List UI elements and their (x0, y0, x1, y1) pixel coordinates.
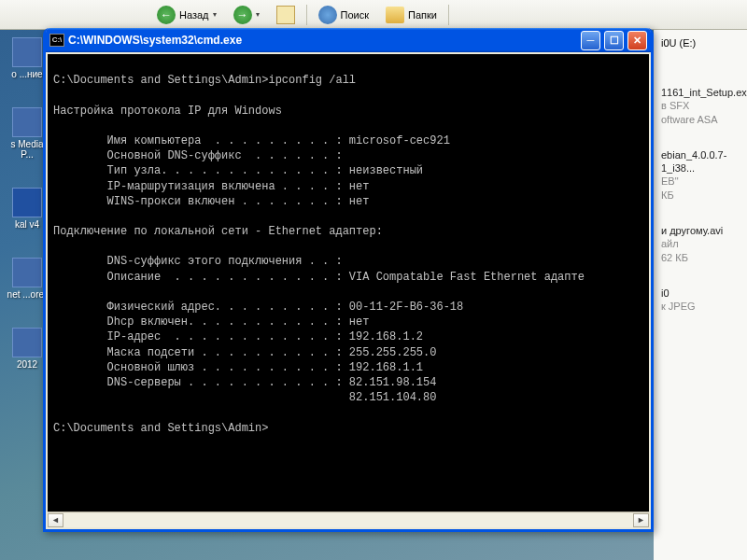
forward-arrow-icon: → (233, 6, 252, 24)
back-label: Назад (179, 9, 209, 21)
file-item[interactable]: ebian_4.0.0.7-1_i38... EB" КБ (661, 148, 740, 202)
folders-icon (386, 7, 404, 23)
terminal-output[interactable]: C:\Documents and Settings\Admin>ipconfig… (48, 54, 649, 511)
chevron-down-icon[interactable]: ▾ (213, 10, 217, 19)
window-title: C:\WINDOWS\system32\cmd.exe (68, 34, 577, 47)
app-icon (12, 188, 42, 217)
search-label: Поиск (341, 9, 369, 21)
folder-up-icon (276, 6, 295, 24)
file-item[interactable]: i0 к JPEG (661, 287, 740, 314)
forward-button[interactable]: → ▾ (228, 4, 265, 26)
back-button[interactable]: ← Назад ▾ (151, 4, 222, 26)
back-arrow-icon: ← (157, 6, 176, 24)
cmd-icon: C:\ (49, 34, 64, 47)
file-name: ebian_4.0.0.7-1_i38... (661, 148, 740, 175)
cmd-window[interactable]: C:\ C:\WINDOWS\system32\cmd.exe ─ ☐ ✕ C:… (43, 28, 654, 532)
file-type: EB" (661, 175, 740, 188)
app-icon (12, 258, 42, 287)
up-folder-button[interactable] (271, 4, 301, 26)
file-vendor: oftware ASA (661, 113, 740, 126)
folders-button[interactable]: Папки (380, 5, 443, 25)
file-item[interactable]: 1161_int_Setup.exe в SFX oftware ASA (661, 86, 740, 126)
file-size: 62 КБ (661, 251, 740, 264)
close-button[interactable]: ✕ (627, 31, 647, 50)
cmd-client-area: C:\Documents and Settings\Admin>ipconfig… (48, 54, 649, 527)
toolbar-separator (306, 5, 307, 25)
app-icon (12, 107, 42, 137)
scroll-left-button[interactable]: ◄ (48, 513, 63, 527)
search-icon (318, 6, 337, 24)
minimize-button[interactable]: ─ (581, 31, 600, 50)
file-item[interactable]: и другому.avi айл 62 КБ (661, 224, 740, 264)
drive-label[interactable]: i0U (E:) (661, 37, 740, 49)
scroll-right-button[interactable]: ► (633, 513, 649, 527)
file-type: к JPEG (661, 300, 740, 313)
file-name: и другому.avi (661, 224, 740, 237)
explorer-file-pane[interactable]: i0U (E:) 1161_int_Setup.exe в SFX oftwar… (654, 30, 747, 560)
cmd-titlebar[interactable]: C:\ C:\WINDOWS\system32\cmd.exe ─ ☐ ✕ (46, 28, 651, 52)
file-type: в SFX (661, 99, 740, 112)
folders-label: Папки (408, 9, 437, 21)
explorer-toolbar: ← Назад ▾ → ▾ Поиск Папки (0, 0, 747, 30)
chevron-down-icon[interactable]: ▾ (256, 10, 260, 19)
search-button[interactable]: Поиск (313, 4, 374, 26)
file-type: айл (661, 237, 740, 250)
toolbar-separator (448, 5, 449, 25)
horizontal-scrollbar[interactable]: ◄ ► (48, 511, 649, 527)
maximize-button[interactable]: ☐ (604, 31, 624, 50)
file-size: КБ (661, 189, 740, 202)
app-icon (12, 37, 42, 67)
scrollbar-track[interactable] (63, 513, 633, 527)
file-name: i0 (661, 287, 740, 300)
file-name: 1161_int_Setup.exe (661, 86, 740, 99)
app-icon (12, 328, 42, 357)
